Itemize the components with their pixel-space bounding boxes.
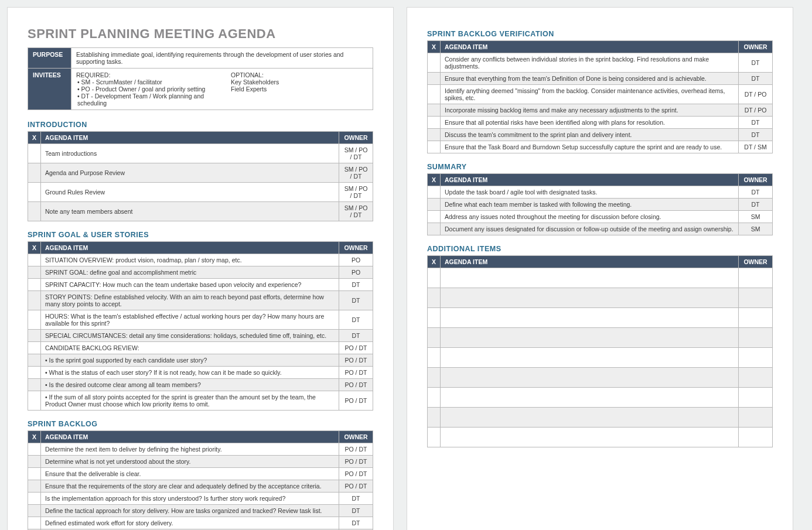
x-cell[interactable] bbox=[428, 85, 441, 104]
optional-line: Field Experts bbox=[231, 86, 368, 93]
owner-cell: PO / DT bbox=[339, 391, 373, 411]
agenda-item-cell bbox=[441, 268, 739, 288]
sprint-backlog-table: X AGENDA ITEM OWNER Determine the next i… bbox=[28, 430, 373, 530]
agenda-item-cell: CANDIDATE BACKLOG REVIEW: bbox=[41, 342, 339, 354]
x-cell[interactable] bbox=[28, 443, 41, 456]
col-x: X bbox=[428, 256, 441, 268]
x-cell[interactable] bbox=[28, 493, 41, 505]
x-cell[interactable] bbox=[28, 202, 41, 221]
additional-items-table: X AGENDA ITEM OWNER bbox=[427, 255, 773, 447]
table-row bbox=[428, 348, 773, 368]
col-agenda-item: AGENDA ITEM bbox=[41, 431, 339, 443]
col-x: X bbox=[28, 242, 41, 254]
x-cell[interactable] bbox=[428, 73, 441, 85]
x-cell[interactable] bbox=[28, 391, 41, 411]
owner-cell: SM / PO / DT bbox=[339, 183, 373, 202]
agenda-item-cell: Incorporate missing backlog items and ma… bbox=[441, 104, 739, 117]
x-cell[interactable] bbox=[428, 141, 441, 153]
x-cell[interactable] bbox=[428, 428, 441, 447]
agenda-item-cell: Ensure that all potential risks have bee… bbox=[441, 117, 739, 129]
x-cell[interactable] bbox=[428, 348, 441, 368]
x-cell[interactable] bbox=[28, 291, 41, 310]
table-row: Determine what is not yet understood abo… bbox=[28, 456, 373, 468]
x-cell[interactable] bbox=[428, 368, 441, 388]
x-cell[interactable] bbox=[28, 517, 41, 529]
x-cell[interactable] bbox=[428, 53, 441, 73]
agenda-item-cell bbox=[441, 308, 739, 328]
x-cell[interactable] bbox=[28, 279, 41, 291]
owner-cell: DT bbox=[739, 199, 773, 211]
x-cell[interactable] bbox=[28, 163, 41, 183]
agenda-item-cell: • If the sum of all story points accepte… bbox=[41, 391, 339, 411]
agenda-item-cell: Is the implementation approach for this … bbox=[41, 493, 339, 505]
x-cell[interactable] bbox=[28, 266, 41, 279]
required-line: • PO - Product Owner / goal and priority… bbox=[77, 86, 213, 93]
goal-stories-rows: SITUATION OVERVIEW: product vision, road… bbox=[28, 254, 373, 411]
section-title-backlog-verification: SPRINT BACKLOG VERIFICATION bbox=[427, 30, 773, 38]
x-cell[interactable] bbox=[28, 367, 41, 379]
col-agenda-item: AGENDA ITEM bbox=[441, 41, 739, 53]
x-cell[interactable] bbox=[28, 310, 41, 330]
agenda-item-cell: Update the task board / agile tool with … bbox=[441, 186, 739, 199]
section-title-introduction: INTRODUCTION bbox=[28, 121, 373, 129]
x-cell[interactable] bbox=[28, 480, 41, 493]
x-cell[interactable] bbox=[428, 388, 441, 408]
x-cell[interactable] bbox=[428, 268, 441, 288]
x-cell[interactable] bbox=[428, 186, 441, 199]
owner-cell: PO / DT bbox=[339, 443, 373, 456]
agenda-item-cell bbox=[441, 288, 739, 308]
x-cell[interactable] bbox=[28, 379, 41, 391]
agenda-item-cell: SITUATION OVERVIEW: product vision, road… bbox=[41, 254, 339, 266]
owner-cell: PO / DT bbox=[339, 367, 373, 379]
x-cell[interactable] bbox=[28, 330, 41, 342]
owner-cell: DT / PO bbox=[739, 85, 773, 104]
col-agenda-item: AGENDA ITEM bbox=[441, 174, 739, 186]
x-cell[interactable] bbox=[428, 129, 441, 141]
owner-cell: DT bbox=[739, 186, 773, 199]
document-title: SPRINT PLANNING MEETING AGENDA bbox=[28, 26, 373, 42]
agenda-item-cell: • Is the sprint goal supported by each c… bbox=[41, 354, 339, 367]
agenda-item-cell: HOURS: What is the team's established ef… bbox=[41, 310, 339, 330]
x-cell[interactable] bbox=[428, 104, 441, 117]
x-cell[interactable] bbox=[28, 456, 41, 468]
x-cell[interactable] bbox=[28, 354, 41, 367]
goal-stories-table: X AGENDA ITEM OWNER SITUATION OVERVIEW: … bbox=[28, 241, 373, 411]
table-row: Document any issues designated for discu… bbox=[428, 223, 773, 235]
owner-cell: DT bbox=[739, 129, 773, 141]
owner-cell: PO / DT bbox=[339, 379, 373, 391]
required-line: • DT - Development Team / Work planning … bbox=[77, 93, 213, 107]
x-cell[interactable] bbox=[28, 254, 41, 266]
col-owner: OWNER bbox=[739, 256, 773, 268]
purpose-text: Establishing immediate goal, identifying… bbox=[71, 48, 373, 69]
x-cell[interactable] bbox=[428, 117, 441, 129]
agenda-item-cell: Defined estimated work effort for story … bbox=[41, 517, 339, 529]
x-cell[interactable] bbox=[428, 328, 441, 348]
agenda-item-cell: STORY POINTS: Define established velocit… bbox=[41, 291, 339, 310]
summary-rows: Update the task board / agile tool with … bbox=[428, 186, 773, 235]
agenda-item-cell bbox=[441, 368, 739, 388]
x-cell[interactable] bbox=[28, 144, 41, 163]
col-x: X bbox=[28, 132, 41, 144]
required-line: • SM - ScrumMaster / facilitator bbox=[77, 78, 213, 86]
x-cell[interactable] bbox=[28, 183, 41, 202]
x-cell[interactable] bbox=[28, 342, 41, 354]
purpose-invitees-table: PURPOSE Establishing immediate goal, ide… bbox=[28, 47, 373, 110]
x-cell[interactable] bbox=[428, 408, 441, 428]
table-row: Define the tactical approach for story d… bbox=[28, 505, 373, 517]
backlog-verification-table: X AGENDA ITEM OWNER Consider any conflic… bbox=[427, 40, 773, 153]
owner-cell: SM bbox=[739, 211, 773, 223]
x-cell[interactable] bbox=[428, 199, 441, 211]
owner-cell: SM / PO / DT bbox=[339, 163, 373, 183]
x-cell[interactable] bbox=[28, 468, 41, 480]
x-cell[interactable] bbox=[428, 223, 441, 235]
owner-cell: DT bbox=[339, 517, 373, 529]
owner-cell: DT bbox=[339, 493, 373, 505]
x-cell[interactable] bbox=[428, 288, 441, 308]
col-owner: OWNER bbox=[339, 132, 373, 144]
x-cell[interactable] bbox=[428, 308, 441, 328]
table-row bbox=[428, 408, 773, 428]
x-cell[interactable] bbox=[28, 505, 41, 517]
owner-cell: PO / DT bbox=[339, 480, 373, 493]
agenda-item-cell: Document any issues designated for discu… bbox=[441, 223, 739, 235]
x-cell[interactable] bbox=[428, 211, 441, 223]
